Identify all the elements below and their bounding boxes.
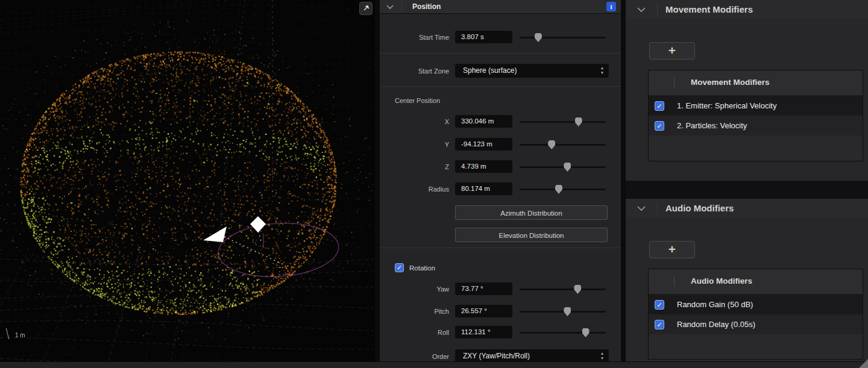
radius-row: Radius 80.174 m (380, 182, 621, 198)
audio-modifiers-list: Audio Modifiers Random Gain (50 dB)Rando… (648, 269, 863, 360)
x-field[interactable]: 330.046 m (455, 115, 512, 128)
item-checkbox[interactable] (655, 300, 664, 310)
list-item[interactable]: Random Delay (0.05s) (649, 314, 863, 334)
pitch-label: Pitch (380, 308, 449, 315)
audio-modifiers-title: Audio Modifiers (665, 203, 734, 213)
slider-thumb[interactable] (555, 185, 562, 194)
scale-tick (6, 328, 13, 339)
item-checkbox[interactable] (655, 121, 664, 131)
list-header: Audio Modifiers (649, 269, 863, 295)
item-checkbox[interactable] (655, 320, 664, 329)
slider-thumb[interactable] (574, 285, 581, 294)
rotation-toggle-row: Rotation (395, 263, 435, 272)
stepper-icon[interactable]: ▲▼ (600, 66, 605, 75)
yaw-slider[interactable] (520, 282, 606, 298)
slider-track (520, 166, 606, 168)
slider-track (520, 121, 606, 123)
z-field[interactable]: 4.739 m (455, 160, 512, 173)
start-zone-value: Sphere (surface) (463, 66, 517, 75)
expand-viewport-button[interactable] (359, 2, 373, 15)
header-divider (401, 2, 402, 11)
y-field[interactable]: -94.123 m (455, 138, 512, 151)
resize-handle[interactable] (859, 359, 868, 368)
start-time-label: Start Time (380, 34, 449, 41)
movement-modifiers-section: Movement Modifiers + Movement Modifiers … (626, 0, 868, 181)
slider-thumb[interactable] (582, 328, 590, 337)
slider-thumb[interactable] (564, 307, 571, 316)
item-label: Random Gain (50 dB) (677, 300, 753, 309)
chevron-down-icon[interactable] (637, 7, 646, 13)
position-panel-header: Position i (380, 0, 621, 14)
pitch-slider[interactable] (520, 304, 606, 320)
z-slider[interactable] (520, 160, 606, 175)
scale-indicator: 1 m (7, 328, 25, 339)
rotation-label: Rotation (409, 264, 435, 272)
list-header-title: Audio Modifiers (691, 276, 752, 285)
radius-field[interactable]: 80.174 m (455, 182, 512, 195)
list-item[interactable]: Random Gain (50 dB) (649, 295, 863, 314)
slider-track (520, 189, 606, 190)
scale-label: 1 m (15, 332, 25, 339)
list-item[interactable]: 2. Particles: Velocity (649, 116, 863, 136)
elevation-distribution-button[interactable]: Elevation Distribution (455, 228, 608, 242)
z-label: Z (380, 163, 449, 170)
roll-field[interactable]: 112.131 ° (455, 326, 512, 338)
radius-label: Radius (380, 186, 449, 193)
movement-modifiers-title: Movement Modifiers (665, 4, 753, 14)
radius-slider[interactable] (520, 182, 606, 198)
stepper-icon[interactable]: ▲▼ (600, 351, 605, 361)
start-time-field[interactable]: 3.807 s (455, 31, 512, 43)
particle-scene-canvas[interactable] (0, 0, 375, 368)
y-label: Y (380, 141, 449, 148)
slider-thumb[interactable] (575, 117, 582, 126)
list-rows: 1. Emitter: Spherical Velocity2. Particl… (649, 96, 863, 136)
audio-modifiers-body: + Audio Modifiers Random Gain (50 dB)Ran… (626, 217, 868, 361)
item-label: 1. Emitter: Spherical Velocity (677, 101, 776, 110)
list-header-title: Movement Modifiers (691, 78, 770, 87)
movement-modifiers-body: + Movement Modifiers 1. Emitter: Spheric… (626, 19, 868, 181)
y-slider[interactable] (520, 137, 606, 153)
yaw-row: Yaw 73.77 ° (380, 282, 621, 298)
info-icon[interactable]: i (606, 2, 616, 11)
header-divider (657, 202, 658, 214)
header-divider (657, 3, 658, 16)
y-row: Y -94.123 m (380, 137, 621, 153)
audio-modifiers-section: Audio Modifiers + Audio Modifiers Random… (626, 199, 868, 361)
x-row: X 330.046 m (380, 114, 621, 130)
slider-thumb[interactable] (548, 140, 555, 149)
start-time-row: Start Time 3.807 s (380, 30, 621, 46)
rotation-checkbox[interactable] (395, 263, 404, 272)
slider-thumb[interactable] (564, 163, 571, 172)
expand-arrow-icon (362, 4, 370, 13)
list-item[interactable]: 1. Emitter: Spherical Velocity (649, 96, 863, 116)
pitch-field[interactable]: 26.557 ° (455, 305, 512, 317)
z-row: Z 4.739 m (380, 160, 621, 175)
slider-track (520, 332, 606, 334)
start-time-slider[interactable] (520, 30, 606, 46)
order-label: Order (380, 353, 449, 360)
slider-thumb[interactable] (535, 33, 542, 42)
add-movement-modifier-button[interactable]: + (649, 42, 695, 60)
movement-modifiers-header: Movement Modifiers (626, 0, 868, 19)
section-divider (380, 86, 621, 87)
center-position-label: Center Position (395, 97, 440, 104)
order-value: ZXY (Yaw/Pitch/Roll) (463, 352, 530, 360)
slider-track (520, 311, 606, 313)
yaw-field[interactable]: 73.77 ° (455, 282, 512, 295)
roll-row: Roll 112.131 ° (380, 325, 621, 341)
movement-modifiers-list: Movement Modifiers 1. Emitter: Spherical… (648, 70, 863, 161)
list-header: Movement Modifiers (649, 70, 863, 96)
chevron-down-icon[interactable] (637, 205, 646, 211)
roll-label: Roll (380, 329, 449, 336)
3d-viewport[interactable]: 1 m (0, 0, 375, 368)
x-slider[interactable] (520, 114, 606, 130)
section-divider (380, 53, 621, 54)
start-zone-select[interactable]: Sphere (surface) ▲▼ (455, 64, 609, 78)
pitch-row: Pitch 26.557 ° (380, 304, 621, 320)
chevron-down-icon[interactable] (386, 4, 394, 10)
add-audio-modifier-button[interactable]: + (649, 241, 695, 258)
item-checkbox[interactable] (655, 101, 664, 111)
azimuth-distribution-button[interactable]: Azimuth Distribution (455, 205, 608, 220)
yaw-label: Yaw (380, 285, 449, 293)
roll-slider[interactable] (520, 325, 606, 341)
